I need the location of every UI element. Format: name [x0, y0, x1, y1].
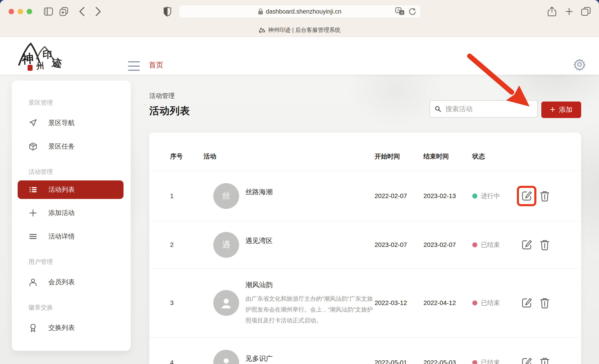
person-icon: [220, 296, 233, 310]
edit-button[interactable]: [521, 357, 532, 364]
sidebar-item-scenic-tasks[interactable]: 景区任务: [28, 135, 131, 158]
sidebar-item-member-list[interactable]: 会员列表: [28, 270, 131, 294]
start-date: 2023-02-07: [375, 241, 423, 249]
edit-icon: [521, 357, 532, 364]
url-text: dashboard.shenzhouyinji.cn: [266, 8, 342, 15]
avatar-text: 丝: [222, 190, 230, 201]
back-button-icon[interactable]: [77, 6, 87, 17]
edit-button[interactable]: [521, 191, 532, 201]
column-header-status: 状态: [472, 152, 521, 161]
table-header: 序号 活动 开始时间 结束时间 状态: [149, 132, 581, 171]
page-background: 景区管理 景区导航 景区任务 活动管理 活动: [0, 75, 599, 364]
add-activity-button[interactable]: + 添加: [541, 102, 581, 118]
new-tab-icon[interactable]: [564, 6, 575, 17]
app-logo: 神 州 印 迹: [16, 40, 66, 73]
menu-toggle-icon[interactable]: [128, 61, 140, 71]
end-date: 2023-02-07: [423, 241, 472, 249]
edit-button[interactable]: [521, 239, 532, 250]
table-row: 1 丝 丝路海潮 2022-02-07 2023-02-13 进行中: [149, 171, 581, 221]
sidebar-item-activity-list[interactable]: 活动列表: [18, 180, 123, 199]
window-controls: [9, 9, 32, 14]
row-index: 4: [170, 359, 203, 364]
svg-text:州: 州: [36, 61, 44, 71]
avatar: 丝: [213, 183, 239, 209]
settings-gear-icon[interactable]: [573, 58, 586, 71]
avatar: [213, 350, 239, 364]
column-header-index: 序号: [170, 152, 203, 161]
minimize-window-button[interactable]: [18, 9, 23, 14]
sidebar-item-activity-detail[interactable]: 活动详情: [28, 225, 131, 248]
status-dot: [472, 193, 477, 199]
app-header: 神 州 印 迹 首页: [0, 37, 599, 75]
annotation-highlight-ring: [517, 186, 536, 206]
status-dot: [472, 242, 477, 247]
delete-button[interactable]: [539, 239, 550, 250]
activity-table: 序号 活动 开始时间 结束时间 状态 1 丝 丝路海潮 2022-02-07 2…: [149, 132, 581, 364]
forward-button-icon[interactable]: [93, 6, 104, 17]
browser-chrome: dashboard.shenzhouyinji.cn A 文: [0, 0, 599, 37]
delete-button[interactable]: [539, 297, 550, 308]
avatar: 遇: [213, 232, 239, 258]
share-icon[interactable]: [546, 6, 557, 17]
nav-home-link[interactable]: 首页: [149, 60, 163, 70]
sidebar-section-users: 用户管理: [28, 257, 131, 266]
translate-icon[interactable]: A 文: [395, 7, 405, 16]
address-bar[interactable]: dashboard.shenzhouyinji.cn A 文: [179, 5, 421, 18]
page-title: 活动列表: [149, 104, 190, 118]
trash-icon: [540, 239, 550, 250]
zoom-window-button[interactable]: [27, 9, 32, 14]
svg-text:迹: 迹: [51, 57, 62, 69]
sidebar-toggle-icon[interactable]: [43, 6, 54, 17]
row-activity-cell: 遇 遇见湾区: [203, 232, 375, 258]
row-activity-cell: 丝 丝路海潮: [203, 183, 375, 209]
sidebar-section-activity: 活动管理: [28, 167, 131, 176]
status-label: 进行中: [481, 192, 500, 200]
close-window-button[interactable]: [9, 9, 14, 14]
row-activity-cell: 潮风汕韵 由广东省文化和旅游厅主办的“潮风汕韵”广东文旅护照发布会在潮州举行。会…: [203, 280, 375, 326]
svg-text:神: 神: [21, 51, 34, 66]
sidebar-item-add-activity[interactable]: 添加活动: [28, 201, 131, 225]
delete-button[interactable]: [539, 357, 550, 364]
new-window-icon[interactable]: [58, 6, 69, 17]
lock-icon: [258, 8, 263, 15]
row-activity-cell: 见多识广: [203, 350, 375, 364]
status-label: 已结束: [481, 299, 500, 307]
sidebar-section-badges: 徽章交换: [28, 303, 131, 312]
plus-icon: +: [550, 105, 555, 114]
sidebar: 景区管理 景区导航 景区任务 活动管理 活动: [12, 80, 131, 351]
privacy-shield-icon[interactable]: [162, 6, 173, 17]
end-date: 2022-05-03: [423, 359, 472, 364]
list-icon: [28, 185, 37, 194]
svg-text:文: 文: [400, 11, 404, 15]
sidebar-item-label: 景区任务: [48, 142, 75, 151]
start-date: 2022-03-12: [375, 299, 423, 307]
browser-window: dashboard.shenzhouyinji.cn A 文: [0, 0, 599, 364]
delete-button[interactable]: [539, 191, 550, 201]
status-label: 已结束: [481, 358, 500, 364]
plus-icon: [28, 208, 37, 217]
edit-icon: [521, 297, 532, 308]
add-button-label: 添加: [559, 105, 573, 114]
edit-icon: [521, 239, 532, 250]
start-date: 2022-02-07: [375, 192, 423, 200]
status-dot: [472, 301, 477, 305]
trash-icon: [540, 191, 550, 201]
reload-icon[interactable]: [408, 7, 416, 16]
breadcrumb: 活动管理: [149, 92, 190, 100]
row-index: 3: [170, 299, 203, 307]
avatar-text: 遇: [222, 239, 230, 250]
column-header-activity: 活动: [203, 152, 375, 161]
row-index: 2: [170, 241, 203, 249]
edit-button[interactable]: [521, 297, 532, 308]
sidebar-item-exchange-list[interactable]: 交换列表: [28, 316, 131, 340]
table-row: 4 见多识广 2022-05-01 2022-05-03 已结束: [149, 337, 581, 364]
activity-name: 丝路海潮: [246, 187, 273, 197]
tab-overview-icon[interactable]: [581, 6, 591, 17]
search-input[interactable]: [445, 105, 533, 113]
sidebar-item-label: 会员列表: [48, 278, 75, 287]
status-label: 已结束: [481, 241, 500, 249]
sidebar-item-scenic-nav[interactable]: 景区导航: [28, 111, 131, 135]
activity-name: 潮风汕韵: [246, 280, 373, 290]
active-tab[interactable]: 神州印迹 | 后台客服管理系统: [0, 23, 599, 37]
table-row: 2 遇 遇见湾区 2023-02-07 2023-02-07 已结束: [149, 221, 581, 268]
